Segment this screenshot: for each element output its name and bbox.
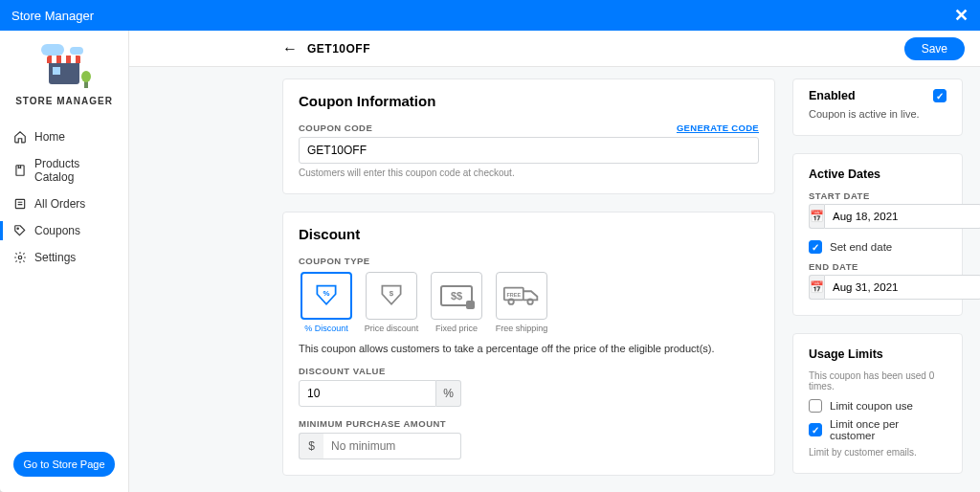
price-discount-icon: $ (377, 282, 406, 309)
enabled-status: Coupon is active in live. (809, 108, 947, 120)
enabled-card: Enabled Coupon is active in live. (792, 78, 963, 136)
svg-text:FREE: FREE (507, 292, 522, 298)
main: ← GET10OFF Save Coupon Information COUPO… (129, 31, 980, 492)
sidebar-nav: Home Products Catalog All Orders Coupons… (0, 123, 128, 271)
svg-text:%: % (323, 289, 330, 298)
sidebar-item-label: Home (34, 130, 65, 144)
brand-label: STORE MANAGER (15, 96, 113, 106)
start-date-label: START DATE (809, 190, 947, 201)
sidebar-item-orders[interactable]: All Orders (0, 190, 128, 217)
back-arrow-icon[interactable]: ← (282, 40, 298, 57)
coupon-type-price-discount[interactable]: $ Price discount (364, 272, 419, 333)
coupon-type-label: COUPON TYPE (299, 256, 759, 266)
window-title: Store Manager (11, 9, 94, 23)
brand: STORE MANAGER (0, 44, 128, 123)
limit-coupon-use-checkbox[interactable] (809, 399, 822, 413)
end-date-input[interactable] (824, 275, 980, 300)
usage-info: This coupon has been used 0 times. (809, 370, 947, 391)
active-dates-heading: Active Dates (809, 168, 947, 181)
close-icon[interactable]: ✕ (954, 5, 969, 26)
coupon-type-fixed-price[interactable]: $$ Fixed price (429, 272, 484, 333)
type-label: Fixed price (435, 324, 478, 333)
sidebar-item-products[interactable]: Products Catalog (0, 150, 128, 190)
svg-point-8 (527, 299, 532, 303)
window-titlebar: Store Manager ✕ (0, 0, 980, 31)
active-dates-card: Active Dates START DATE 📅 Set end date E… (792, 153, 963, 316)
usage-limits-card: Usage Limits This coupon has been used 0… (792, 333, 963, 474)
app-shell: Store Manager ✕ STORE MANAGER Home Produ… (0, 0, 980, 492)
type-label: % Discount (304, 324, 348, 333)
goto-store-button[interactable]: Go to Store Page (13, 452, 115, 477)
discount-value-label: DISCOUNT VALUE (299, 366, 759, 376)
sidebar-item-label: All Orders (34, 197, 85, 211)
col-right: Enabled Coupon is active in live. Active… (792, 78, 963, 474)
set-end-date-label: Set end date (830, 241, 892, 253)
svg-point-3 (18, 256, 22, 259)
limit-coupon-use-label: Limit coupon use (830, 400, 913, 412)
calendar-icon: 📅 (809, 275, 824, 300)
enabled-heading: Enabled (809, 89, 856, 102)
generate-code-link[interactable]: GENERATE CODE (677, 123, 759, 133)
usage-hint: Limit by customer emails. (809, 447, 947, 458)
calendar-icon: 📅 (809, 204, 824, 229)
currency-addon: $ (299, 433, 323, 459)
free-shipping-icon: FREE (502, 284, 541, 307)
coupon-type-group: % % Discount $ Price discount $$ Fixed p… (299, 272, 759, 333)
page-title: GET10OFF (307, 42, 895, 56)
gear-icon (13, 251, 27, 264)
svg-point-7 (508, 299, 513, 303)
discount-description: This coupon allows customers to take a p… (299, 343, 759, 354)
home-icon (13, 130, 27, 144)
content: Coupon Information COUPON CODE GENERATE … (129, 67, 980, 492)
sidebar-item-home[interactable]: Home (0, 123, 128, 150)
min-purchase-input[interactable] (323, 433, 461, 459)
svg-point-2 (17, 228, 18, 229)
usage-limits-heading: Usage Limits (809, 347, 947, 361)
start-date-input[interactable] (824, 204, 980, 229)
coupon-type-free-shipping[interactable]: FREE Free shipping (494, 272, 549, 333)
end-date-label: END DATE (809, 261, 947, 272)
limit-once-label: Limit once per customer (830, 418, 947, 441)
discount-heading: Discount (299, 226, 759, 242)
enabled-toggle[interactable] (933, 89, 947, 102)
save-button[interactable]: Save (904, 37, 965, 60)
sidebar-item-coupons[interactable]: Coupons (0, 217, 128, 244)
catalog-icon (13, 164, 27, 177)
coupon-code-label: COUPON CODE (299, 123, 372, 133)
coupon-information-card: Coupon Information COUPON CODE GENERATE … (282, 78, 775, 194)
fixed-price-icon: $$ (440, 285, 473, 306)
sidebar-item-settings[interactable]: Settings (0, 244, 128, 271)
sidebar-item-label: Coupons (34, 224, 80, 237)
min-purchase-label: MINIMUM PURCHASE AMOUNT (299, 418, 759, 429)
coupon-info-heading: Coupon Information (299, 93, 759, 109)
coupon-code-input[interactable] (299, 137, 759, 164)
coupon-code-hint: Customers will enter this coupon code at… (299, 168, 759, 178)
coupon-type-percent[interactable]: % % Discount (299, 272, 354, 333)
orders-icon (13, 197, 27, 211)
columns: Coupon Information COUPON CODE GENERATE … (282, 78, 963, 476)
sidebar-item-label: Products Catalog (34, 157, 115, 184)
coupon-icon (13, 224, 27, 237)
set-end-date-checkbox[interactable] (809, 240, 822, 254)
type-label: Free shipping (496, 324, 548, 333)
store-logo-icon (37, 44, 91, 88)
sidebar-item-label: Settings (34, 251, 76, 264)
svg-text:$: $ (390, 289, 394, 298)
type-label: Price discount (365, 324, 419, 333)
limit-once-checkbox[interactable] (809, 423, 822, 436)
percent-discount-icon: % (312, 282, 341, 309)
discount-card: Discount COUPON TYPE % % Discount $ Pric… (282, 212, 775, 476)
topbar: ← GET10OFF Save (129, 31, 980, 67)
discount-value-input[interactable] (299, 380, 436, 407)
percent-addon: % (436, 380, 461, 407)
sidebar: STORE MANAGER Home Products Catalog All … (0, 31, 129, 492)
app-body: STORE MANAGER Home Products Catalog All … (0, 31, 980, 492)
col-left: Coupon Information COUPON CODE GENERATE … (282, 78, 775, 476)
